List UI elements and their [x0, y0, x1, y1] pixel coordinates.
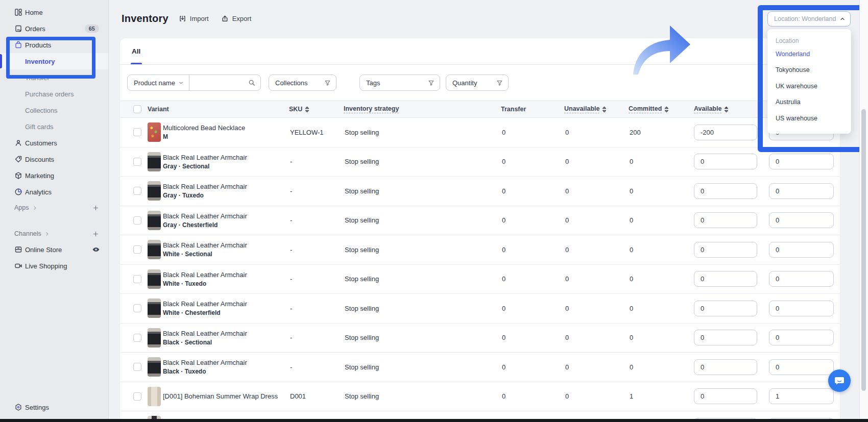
- sidebar-item-customers[interactable]: Customers: [0, 135, 108, 151]
- import-button[interactable]: Import: [179, 15, 209, 22]
- location-option-austrulia[interactable]: Austrulia: [776, 94, 851, 111]
- home-icon: [14, 8, 22, 16]
- products-icon: [14, 41, 22, 49]
- col-inventory-strategy[interactable]: Inventory strategy: [344, 105, 399, 113]
- row-checkbox[interactable]: [133, 187, 141, 195]
- sidebar-section-channels[interactable]: Channels: [0, 226, 108, 241]
- product-title[interactable]: [D001] Bohemian Summer Wrap Dress: [163, 392, 278, 400]
- col-committed[interactable]: Committed: [629, 105, 662, 113]
- sidebar-item-label: Discounts: [25, 156, 54, 163]
- checkbox-cell: [120, 245, 148, 254]
- col-unavailable[interactable]: Unavailable: [564, 105, 599, 113]
- col-sku[interactable]: SKU: [289, 106, 302, 113]
- on-hand-input[interactable]: 0: [769, 301, 834, 316]
- product-title[interactable]: Black Real Leather Armchair: [163, 271, 247, 279]
- product-title[interactable]: Black Real Leather Armchair: [163, 183, 247, 190]
- row-checkbox[interactable]: [133, 275, 141, 283]
- available-input[interactable]: 0: [694, 242, 757, 258]
- on-hand-input[interactable]: 0: [769, 271, 834, 287]
- available-input[interactable]: 0: [694, 271, 757, 287]
- sku-value: -: [289, 334, 344, 341]
- on-hand-input[interactable]: 0: [769, 330, 834, 345]
- sidebar-item-transfer[interactable]: Transfer: [0, 69, 108, 86]
- visibility-eye-icon[interactable]: [92, 245, 100, 254]
- quantity-filter[interactable]: Quantity: [446, 75, 509, 91]
- sort-icon[interactable]: [664, 106, 669, 113]
- location-option-tokyohouse[interactable]: Tokyohouse: [776, 62, 851, 79]
- on-hand-input[interactable]: 0: [769, 359, 834, 375]
- sort-icon[interactable]: [305, 106, 309, 113]
- available-input[interactable]: 0: [694, 330, 757, 345]
- row-checkbox[interactable]: [133, 128, 141, 136]
- export-button[interactable]: Export: [221, 15, 252, 22]
- on-hand-cell: 0: [769, 330, 840, 345]
- sidebar-item-products[interactable]: Products: [0, 37, 108, 53]
- available-input[interactable]: 0: [694, 154, 757, 169]
- sidebar-item-live-shopping[interactable]: Live Shopping: [0, 258, 108, 274]
- product-title[interactable]: Black Real Leather Armchair: [163, 359, 247, 366]
- location-option-wonderland[interactable]: Wonderland: [776, 46, 851, 62]
- committed-value: 0: [629, 246, 694, 254]
- row-checkbox[interactable]: [133, 363, 141, 371]
- row-checkbox[interactable]: [133, 392, 141, 401]
- scrollbar-thumb[interactable]: [861, 109, 866, 391]
- product-title[interactable]: Black Real Leather Armchair: [163, 154, 247, 161]
- row-checkbox[interactable]: [133, 334, 141, 342]
- tags-filter[interactable]: Tags: [359, 75, 440, 91]
- row-checkbox[interactable]: [133, 216, 141, 225]
- sidebar-item-inventory[interactable]: Inventory: [0, 53, 108, 69]
- checkbox-cell: [120, 187, 148, 195]
- available-input[interactable]: 0: [694, 359, 757, 375]
- on-hand-input[interactable]: 0: [769, 242, 834, 258]
- sidebar-item-settings[interactable]: Settings: [0, 399, 108, 415]
- sidebar-item-orders[interactable]: Orders65: [0, 20, 108, 37]
- chat-bubble-button[interactable]: [828, 369, 851, 392]
- scrollbar-track[interactable]: [859, 0, 868, 422]
- sidebar-item-collections[interactable]: Collections: [0, 102, 108, 118]
- on-hand-input[interactable]: 0: [769, 183, 834, 199]
- sort-icon-active[interactable]: [724, 106, 729, 113]
- sidebar-item-home[interactable]: Home: [0, 4, 108, 20]
- product-title[interactable]: Black Real Leather Armchair: [163, 212, 247, 220]
- variant-label: Gray · Sectional: [163, 163, 247, 170]
- available-input[interactable]: -200: [694, 125, 757, 140]
- search-input[interactable]: [189, 79, 260, 86]
- product-title[interactable]: Black Real Leather Armchair: [163, 330, 247, 337]
- available-input[interactable]: 0: [694, 301, 757, 316]
- product-title[interactable]: Multicolored Bead Necklace: [163, 124, 245, 132]
- row-checkbox[interactable]: [133, 158, 141, 166]
- select-all-checkbox[interactable]: [133, 105, 141, 113]
- tab-all[interactable]: All: [132, 38, 140, 64]
- sidebar-item-online-store[interactable]: Online Store: [0, 241, 108, 258]
- available-input[interactable]: 0: [694, 183, 757, 199]
- sidebar-item-marketing[interactable]: Marketing: [0, 167, 108, 184]
- row-checkbox[interactable]: [133, 304, 141, 312]
- sidebar-section-apps[interactable]: Apps: [0, 200, 108, 215]
- sidebar-item-purchase-orders[interactable]: Purchase orders: [0, 86, 108, 102]
- row-checkbox[interactable]: [133, 245, 141, 254]
- product-title[interactable]: Black Real Leather Armchair: [163, 241, 247, 249]
- product-thumbnail: [148, 211, 161, 230]
- on-hand-input[interactable]: 1: [769, 388, 834, 404]
- sidebar-item-gift-cards[interactable]: Gift cards: [0, 118, 108, 135]
- sort-icon[interactable]: [602, 106, 607, 113]
- sidebar-item-discounts[interactable]: Discounts: [0, 151, 108, 167]
- col-available[interactable]: Available: [694, 105, 721, 113]
- sku-value: -: [289, 363, 344, 371]
- chevron-right-icon: [32, 205, 38, 211]
- location-dropdown-button[interactable]: Location: Wonderland: [767, 11, 851, 27]
- location-option-uk-warehouse[interactable]: UK warehouse: [776, 78, 851, 94]
- product-title[interactable]: Black Real Leather Armchair: [163, 300, 247, 308]
- add-app-icon[interactable]: [92, 205, 99, 211]
- on-hand-input[interactable]: 0: [769, 212, 834, 228]
- search-field-selector[interactable]: Product name: [128, 75, 189, 90]
- location-option-us-warehouse[interactable]: US warehouse: [776, 110, 851, 127]
- sidebar-item-analytics[interactable]: Analytics: [0, 184, 108, 200]
- collections-filter[interactable]: Collections: [269, 75, 336, 91]
- available-input[interactable]: 0: [694, 388, 757, 404]
- add-channel-icon[interactable]: [92, 231, 99, 237]
- available-input[interactable]: 0: [694, 212, 757, 228]
- marketing-icon: [14, 171, 22, 180]
- on-hand-input[interactable]: 0: [769, 154, 834, 169]
- variant-cell: Black Real Leather ArmchairBlack · Tuxed…: [148, 357, 289, 377]
